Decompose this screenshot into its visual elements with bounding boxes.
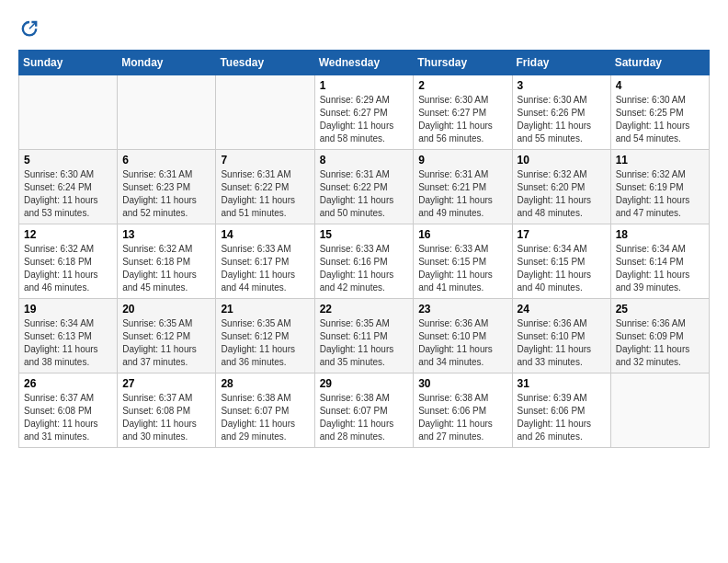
day-info: Sunrise: 6:35 AM Sunset: 6:12 PM Dayligh… <box>221 317 309 369</box>
day-number: 19 <box>24 303 112 316</box>
day-info: Sunrise: 6:37 AM Sunset: 6:08 PM Dayligh… <box>24 392 112 443</box>
weekday-header-wednesday: Wednesday <box>314 51 414 75</box>
day-number: 24 <box>518 303 606 316</box>
day-info: Sunrise: 6:38 AM Sunset: 6:06 PM Dayligh… <box>418 392 506 443</box>
day-info: Sunrise: 6:31 AM Sunset: 6:22 PM Dayligh… <box>320 168 409 220</box>
day-number: 6 <box>122 154 210 167</box>
day-info: Sunrise: 6:30 AM Sunset: 6:25 PM Dayligh… <box>616 94 704 145</box>
day-info: Sunrise: 6:33 AM Sunset: 6:15 PM Dayligh… <box>418 243 506 294</box>
day-info: Sunrise: 6:35 AM Sunset: 6:11 PM Dayligh… <box>320 317 409 369</box>
day-number: 18 <box>616 228 704 241</box>
day-info: Sunrise: 6:34 AM Sunset: 6:15 PM Dayligh… <box>518 243 606 294</box>
calendar-cell: 2Sunrise: 6:30 AM Sunset: 6:27 PM Daylig… <box>414 75 512 150</box>
calendar-cell: 1Sunrise: 6:29 AM Sunset: 6:27 PM Daylig… <box>314 75 414 150</box>
calendar-cell: 30Sunrise: 6:38 AM Sunset: 6:06 PM Dayli… <box>414 373 512 448</box>
weekday-header-friday: Friday <box>512 51 610 75</box>
day-info: Sunrise: 6:36 AM Sunset: 6:09 PM Dayligh… <box>616 317 704 369</box>
day-number: 20 <box>122 303 210 316</box>
calendar-week-row: 26Sunrise: 6:37 AM Sunset: 6:08 PM Dayli… <box>19 373 710 448</box>
calendar-cell <box>19 75 118 150</box>
calendar-cell: 11Sunrise: 6:32 AM Sunset: 6:19 PM Dayli… <box>610 150 709 224</box>
day-number: 25 <box>616 303 704 316</box>
day-number: 2 <box>418 79 506 92</box>
logo-icon <box>18 18 40 40</box>
weekday-header-sunday: Sunday <box>19 51 118 75</box>
day-number: 14 <box>221 228 309 241</box>
calendar-cell: 24Sunrise: 6:36 AM Sunset: 6:10 PM Dayli… <box>512 299 610 373</box>
day-number: 17 <box>518 228 606 241</box>
day-info: Sunrise: 6:33 AM Sunset: 6:17 PM Dayligh… <box>221 243 309 294</box>
day-number: 12 <box>24 228 112 241</box>
day-number: 21 <box>221 303 309 316</box>
day-info: Sunrise: 6:31 AM Sunset: 6:21 PM Dayligh… <box>418 168 506 220</box>
day-number: 13 <box>122 228 210 241</box>
day-number: 26 <box>24 377 112 390</box>
calendar-cell: 22Sunrise: 6:35 AM Sunset: 6:11 PM Dayli… <box>314 299 414 373</box>
day-info: Sunrise: 6:35 AM Sunset: 6:12 PM Dayligh… <box>122 317 210 369</box>
calendar-cell: 18Sunrise: 6:34 AM Sunset: 6:14 PM Dayli… <box>610 224 709 299</box>
day-info: Sunrise: 6:32 AM Sunset: 6:20 PM Dayligh… <box>518 168 606 220</box>
calendar-cell: 3Sunrise: 6:30 AM Sunset: 6:26 PM Daylig… <box>512 75 610 150</box>
day-info: Sunrise: 6:34 AM Sunset: 6:13 PM Dayligh… <box>24 317 112 369</box>
day-number: 30 <box>418 377 506 390</box>
calendar-cell <box>610 373 709 448</box>
calendar-cell: 7Sunrise: 6:31 AM Sunset: 6:22 PM Daylig… <box>216 150 314 224</box>
day-number: 1 <box>320 79 409 92</box>
calendar-cell: 28Sunrise: 6:38 AM Sunset: 6:07 PM Dayli… <box>216 373 314 448</box>
day-number: 10 <box>518 154 606 167</box>
weekday-header-monday: Monday <box>118 51 216 75</box>
day-info: Sunrise: 6:29 AM Sunset: 6:27 PM Dayligh… <box>320 94 409 145</box>
calendar-week-row: 12Sunrise: 6:32 AM Sunset: 6:18 PM Dayli… <box>19 224 710 299</box>
calendar-cell: 14Sunrise: 6:33 AM Sunset: 6:17 PM Dayli… <box>216 224 314 299</box>
calendar-cell: 13Sunrise: 6:32 AM Sunset: 6:18 PM Dayli… <box>118 224 216 299</box>
calendar-cell: 15Sunrise: 6:33 AM Sunset: 6:16 PM Dayli… <box>314 224 414 299</box>
day-info: Sunrise: 6:32 AM Sunset: 6:19 PM Dayligh… <box>616 168 704 220</box>
day-info: Sunrise: 6:31 AM Sunset: 6:22 PM Dayligh… <box>221 168 309 220</box>
calendar-cell <box>118 75 216 150</box>
day-number: 28 <box>221 377 309 390</box>
day-info: Sunrise: 6:39 AM Sunset: 6:06 PM Dayligh… <box>518 392 606 443</box>
calendar-cell: 26Sunrise: 6:37 AM Sunset: 6:08 PM Dayli… <box>19 373 118 448</box>
weekday-header-tuesday: Tuesday <box>216 51 314 75</box>
calendar-cell: 4Sunrise: 6:30 AM Sunset: 6:25 PM Daylig… <box>610 75 709 150</box>
day-number: 11 <box>616 154 704 167</box>
day-info: Sunrise: 6:31 AM Sunset: 6:23 PM Dayligh… <box>122 168 210 220</box>
calendar-cell: 9Sunrise: 6:31 AM Sunset: 6:21 PM Daylig… <box>414 150 512 224</box>
day-number: 31 <box>518 377 606 390</box>
day-info: Sunrise: 6:38 AM Sunset: 6:07 PM Dayligh… <box>221 392 309 443</box>
day-number: 27 <box>122 377 210 390</box>
calendar-cell: 29Sunrise: 6:38 AM Sunset: 6:07 PM Dayli… <box>314 373 414 448</box>
day-number: 9 <box>418 154 506 167</box>
calendar-cell: 12Sunrise: 6:32 AM Sunset: 6:18 PM Dayli… <box>19 224 118 299</box>
weekday-header-thursday: Thursday <box>414 51 512 75</box>
day-info: Sunrise: 6:32 AM Sunset: 6:18 PM Dayligh… <box>24 243 112 294</box>
calendar-cell: 17Sunrise: 6:34 AM Sunset: 6:15 PM Dayli… <box>512 224 610 299</box>
day-number: 15 <box>320 228 409 241</box>
calendar-cell: 20Sunrise: 6:35 AM Sunset: 6:12 PM Dayli… <box>118 299 216 373</box>
day-number: 8 <box>320 154 409 167</box>
day-number: 29 <box>320 377 409 390</box>
calendar-cell: 31Sunrise: 6:39 AM Sunset: 6:06 PM Dayli… <box>512 373 610 448</box>
calendar-cell: 16Sunrise: 6:33 AM Sunset: 6:15 PM Dayli… <box>414 224 512 299</box>
calendar-cell: 6Sunrise: 6:31 AM Sunset: 6:23 PM Daylig… <box>118 150 216 224</box>
calendar-cell: 21Sunrise: 6:35 AM Sunset: 6:12 PM Dayli… <box>216 299 314 373</box>
day-info: Sunrise: 6:30 AM Sunset: 6:26 PM Dayligh… <box>518 94 606 145</box>
calendar-cell: 8Sunrise: 6:31 AM Sunset: 6:22 PM Daylig… <box>314 150 414 224</box>
weekday-header-saturday: Saturday <box>610 51 709 75</box>
day-number: 22 <box>320 303 409 316</box>
day-info: Sunrise: 6:36 AM Sunset: 6:10 PM Dayligh… <box>418 317 506 369</box>
calendar-table: SundayMondayTuesdayWednesdayThursdayFrid… <box>18 50 710 448</box>
day-info: Sunrise: 6:34 AM Sunset: 6:14 PM Dayligh… <box>616 243 704 294</box>
calendar-week-row: 19Sunrise: 6:34 AM Sunset: 6:13 PM Dayli… <box>19 299 710 373</box>
day-info: Sunrise: 6:30 AM Sunset: 6:24 PM Dayligh… <box>24 168 112 220</box>
day-info: Sunrise: 6:32 AM Sunset: 6:18 PM Dayligh… <box>122 243 210 294</box>
day-info: Sunrise: 6:38 AM Sunset: 6:07 PM Dayligh… <box>320 392 409 443</box>
day-number: 5 <box>24 154 112 167</box>
calendar-cell: 25Sunrise: 6:36 AM Sunset: 6:09 PM Dayli… <box>610 299 709 373</box>
calendar-cell: 5Sunrise: 6:30 AM Sunset: 6:24 PM Daylig… <box>19 150 118 224</box>
calendar-cell: 19Sunrise: 6:34 AM Sunset: 6:13 PM Dayli… <box>19 299 118 373</box>
calendar-cell <box>216 75 314 150</box>
calendar-cell: 27Sunrise: 6:37 AM Sunset: 6:08 PM Dayli… <box>118 373 216 448</box>
calendar-cell: 23Sunrise: 6:36 AM Sunset: 6:10 PM Dayli… <box>414 299 512 373</box>
day-number: 7 <box>221 154 309 167</box>
